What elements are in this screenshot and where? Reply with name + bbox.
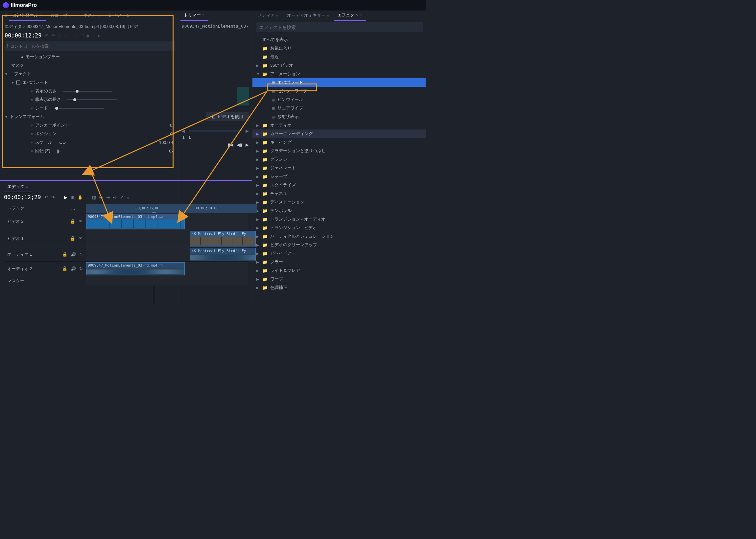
fx-grunge[interactable]: ▶📁グランジ bbox=[253, 155, 426, 164]
goto-end-icon[interactable]: ▶ bbox=[246, 128, 249, 133]
link-icon[interactable]: ⊂⊃ bbox=[59, 140, 66, 145]
prop-show-length[interactable]: ○ 表示の長さ bbox=[5, 87, 175, 95]
prop-position[interactable]: ○ ポジション 0. bbox=[5, 129, 175, 138]
rate-tool-icon[interactable]: ⤢ bbox=[120, 195, 123, 200]
eye-icon[interactable]: 👁 bbox=[79, 236, 83, 241]
effect-evaporate[interactable]: ▼ エバポレート bbox=[5, 78, 175, 87]
kf-dot-icon[interactable]: ● bbox=[97, 33, 100, 38]
keyframe-icon[interactable]: ○ bbox=[31, 132, 33, 136]
fx-show-all[interactable]: すべてを表示 bbox=[253, 36, 426, 44]
loop-icon[interactable]: ↻ bbox=[79, 252, 83, 257]
fx-cleanup[interactable]: ▶📁ビデオのクリーンアップ bbox=[253, 241, 426, 249]
insert-icon[interactable]: ⬇ bbox=[182, 135, 186, 140]
fx-color-grading[interactable]: ▶📁カラーグレーディング bbox=[253, 129, 426, 138]
fx-temporal[interactable]: ▶📁テンポラル bbox=[253, 206, 426, 215]
tab-layer[interactable]: レイア bbox=[105, 11, 124, 20]
prop-motion-blur[interactable]: ●モーションブラー bbox=[5, 52, 175, 61]
group-effects[interactable]: ▼エフェクト bbox=[5, 70, 175, 78]
snap-tool-icon[interactable]: ⟐ bbox=[127, 195, 129, 200]
tab-text[interactable]: テキスト ≡ bbox=[76, 11, 104, 20]
goto-start-icon[interactable]: ◀ bbox=[182, 128, 185, 133]
fx-generate[interactable]: ▶📁ジェネレート bbox=[253, 164, 426, 172]
editor-timecode[interactable]: 00;00;12;29 bbox=[4, 194, 41, 200]
fx-recent[interactable]: 📁最近 bbox=[253, 52, 426, 61]
lock-icon[interactable]: 🔓 bbox=[70, 236, 75, 241]
fx-distortion[interactable]: ▶📁ディストーション bbox=[253, 198, 426, 206]
undo-icon[interactable]: ↶ bbox=[45, 33, 49, 38]
kf-next-icon[interactable]: ◇ bbox=[69, 33, 73, 38]
fx-blur[interactable]: ▶📁ブラー bbox=[253, 258, 426, 266]
speaker-icon[interactable]: 🔊 bbox=[71, 252, 76, 257]
fx-linear-wipe[interactable]: ▦リニアワイプ bbox=[253, 104, 426, 113]
kf-circle-icon[interactable]: ○ bbox=[92, 33, 95, 38]
fx-behavior[interactable]: ▶📁ビヘイビアー bbox=[253, 249, 426, 258]
area-tool-icon[interactable]: ⊞ bbox=[71, 195, 74, 200]
prop-hide-length[interactable]: ○ 非表示の長さ bbox=[5, 95, 175, 104]
fx-color-correct[interactable]: ▶📁色調補正 bbox=[253, 283, 426, 292]
fx-sharpen[interactable]: ▶📁シャープ bbox=[253, 172, 426, 181]
selection-tool-icon[interactable]: ▶ bbox=[64, 195, 67, 200]
overwrite-icon[interactable]: ⬇ bbox=[188, 135, 191, 140]
scrubber[interactable] bbox=[189, 130, 242, 131]
fx-evaporate[interactable]: ▦エバポレート bbox=[253, 78, 426, 87]
prop-scale[interactable]: ○ スケール ⊂⊃ 100.0% bbox=[5, 138, 175, 147]
fx-warp[interactable]: ▶📁ワープ bbox=[253, 275, 426, 283]
hand-tool-icon[interactable]: ✋ bbox=[78, 195, 83, 200]
prop-rotation[interactable]: ○ 回転 (Z) ◗ 0x bbox=[5, 147, 175, 155]
tab-media[interactable]: メディア ≡ bbox=[255, 11, 282, 20]
effect-toggle-icon[interactable] bbox=[17, 81, 20, 84]
fx-trans-video[interactable]: ▶📁トランジション - ビデオ bbox=[253, 223, 426, 232]
clip-audio1[interactable]: 4K Montreal Fly Bird's Ey bbox=[190, 248, 256, 261]
fx-animation[interactable]: ▼📂アニメーション bbox=[253, 70, 426, 78]
tab-scroll-left-icon[interactable]: ◀ bbox=[2, 13, 8, 18]
tab-controls[interactable]: コントロール ≡ bbox=[9, 10, 46, 21]
eye-icon[interactable]: 👁 bbox=[79, 219, 83, 224]
rotation-dial-icon[interactable]: ◗ bbox=[57, 148, 59, 154]
lock-icon[interactable]: 🔓 bbox=[62, 266, 67, 271]
speaker-icon[interactable]: 🔊 bbox=[71, 266, 76, 271]
effects-search-input[interactable] bbox=[256, 22, 423, 32]
fx-center-wipe[interactable]: ▦センターワイプ bbox=[253, 87, 426, 95]
controls-search[interactable]: ⟆ bbox=[5, 41, 175, 50]
controls-timecode[interactable]: 00;00;12;29 bbox=[5, 32, 42, 39]
fx-360[interactable]: ▶📁360° ビデオ bbox=[253, 61, 426, 70]
tab-scroll-right-icon[interactable]: ▶ bbox=[126, 13, 132, 18]
keyframe-icon[interactable]: ○ bbox=[31, 106, 33, 110]
redo-icon[interactable]: ↷ bbox=[51, 33, 55, 38]
keyframe-icon[interactable]: ○ bbox=[31, 140, 33, 144]
show-length-slider[interactable] bbox=[63, 91, 113, 92]
group-transform[interactable]: ▼トランスフォーム bbox=[5, 113, 175, 121]
kf-diamond-icon[interactable]: ◆ bbox=[86, 33, 89, 38]
fx-pinwheel[interactable]: ▦ピンウィール bbox=[253, 95, 426, 104]
redo-icon[interactable]: ↷ bbox=[51, 195, 55, 200]
fx-audio[interactable]: ▶📁オーディオ bbox=[253, 121, 426, 129]
play-icon[interactable]: ▶ bbox=[246, 142, 249, 147]
fx-gradient[interactable]: ▶📁グラデーションと塗りつぶし bbox=[253, 147, 426, 155]
keyframe-icon[interactable]: ○ bbox=[31, 98, 33, 102]
slide-tool-icon[interactable]: ⇥ bbox=[106, 195, 110, 200]
hide-length-slider[interactable] bbox=[67, 99, 117, 100]
fx-stylize[interactable]: ▶📁スタイライズ bbox=[253, 181, 426, 189]
clip-video1[interactable]: 4K Montreal Fly Bird's Ey bbox=[190, 231, 256, 247]
tab-audio-mixer[interactable]: オーディオミキサー ≡ bbox=[284, 11, 333, 20]
prop-seed[interactable]: ○ シード bbox=[5, 104, 175, 113]
undo-icon[interactable]: ↶ bbox=[44, 195, 48, 200]
tab-editor[interactable]: エディタ ≡ bbox=[4, 182, 32, 192]
fx-channel[interactable]: ▶📁チャネル bbox=[253, 189, 426, 198]
loop-icon[interactable]: ↻ bbox=[79, 266, 83, 271]
prev-frame-icon[interactable]: ▮◀ bbox=[228, 142, 233, 147]
fx-radial[interactable]: ▦放射状表示 bbox=[253, 113, 426, 121]
slip-tool-icon[interactable]: ⇤ bbox=[99, 195, 103, 200]
lock-icon[interactable]: 🔓 bbox=[70, 219, 75, 224]
clip-audio2[interactable]: 9009347_MotionElements_03-hd.mp4⊂⊃ bbox=[86, 262, 185, 275]
fx-light[interactable]: ▶📁ライト＆フレア bbox=[253, 266, 426, 275]
fx-trans-audio[interactable]: ▶📁トランジション - オーディオ bbox=[253, 215, 426, 223]
ripple-tool-icon[interactable]: ⇔ bbox=[113, 195, 117, 200]
keyframe-icon[interactable]: ○ bbox=[31, 89, 33, 93]
keyframe-icon[interactable]: ○ bbox=[31, 123, 33, 127]
use-video-button[interactable]: ⊞ ビデオを使用 bbox=[206, 112, 249, 121]
step-back-icon[interactable]: ◀▮ bbox=[237, 142, 242, 147]
tab-effects[interactable]: エフェクト ≡ bbox=[334, 10, 366, 21]
seed-slider[interactable] bbox=[54, 108, 104, 109]
controls-search-input[interactable] bbox=[10, 44, 173, 49]
